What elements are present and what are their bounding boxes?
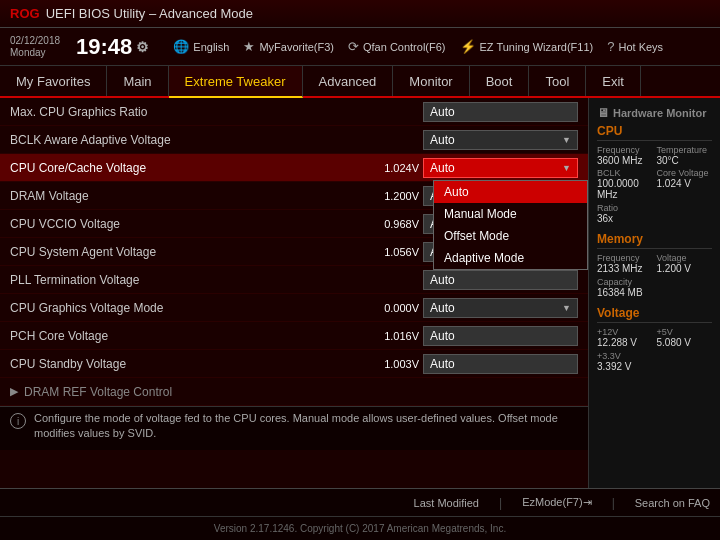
dropdown-cpu-core[interactable]: Auto ▼ (423, 158, 578, 178)
tab-my-favorites[interactable]: My Favorites (0, 66, 107, 96)
rog-logo: ROG (10, 6, 40, 21)
dropdown-pch[interactable]: Auto (423, 326, 578, 346)
v5-label: +5V (657, 327, 713, 337)
dropdown-standby[interactable]: Auto (423, 354, 578, 374)
row-cpu-standby: CPU Standby Voltage 1.003V Auto (0, 350, 588, 378)
mem-volt-value: 1.200 V (657, 263, 713, 274)
ez-tuning-label: EZ Tuning Wizard(F11) (480, 41, 594, 53)
row-pch-core: PCH Core Voltage 1.016V Auto (0, 322, 588, 350)
cpu-freq-value: 3600 MHz (597, 155, 653, 166)
cpu-bclk-label: BCLK (597, 168, 653, 178)
left-content: Max. CPU Graphics Ratio Auto BCLK Aware … (0, 98, 588, 488)
row-dram-ref[interactable]: ▶ DRAM REF Voltage Control (0, 378, 588, 406)
myfavorite-label: MyFavorite(F3) (259, 41, 334, 53)
row-cpu-graphics-mode: CPU Graphics Voltage Mode 0.000V Auto ▼ (0, 294, 588, 322)
tab-main[interactable]: Main (107, 66, 168, 96)
row-value-dram: 1.200V (364, 190, 419, 202)
main-layout: Max. CPU Graphics Ratio Auto BCLK Aware … (0, 98, 720, 488)
row-label-gpu-mode: CPU Graphics Voltage Mode (10, 301, 364, 315)
dram-ref-label: DRAM REF Voltage Control (24, 385, 172, 399)
row-label-sysagent: CPU System Agent Voltage (10, 245, 364, 259)
bottom-info: i Configure the mode of voltage fed to t… (0, 406, 588, 450)
expand-arrow-icon: ▶ (10, 385, 18, 398)
row-value-pch: 1.016V (364, 330, 419, 342)
option-manual[interactable]: Manual Mode (434, 203, 587, 225)
v5-value: 5.080 V (657, 337, 713, 348)
dropdown-bclk[interactable]: Auto ▼ (423, 130, 578, 150)
dropdown-pll[interactable]: Auto (423, 270, 578, 290)
row-bclk-adaptive: BCLK Aware Adaptive Voltage Auto ▼ (0, 126, 588, 154)
app-title: UEFI BIOS Utility – Advanced Mode (46, 6, 253, 21)
info-icons: 🌐 English ★ MyFavorite(F3) ⟳ Qfan Contro… (173, 39, 663, 54)
row-value-vccio: 0.968V (364, 218, 419, 230)
hw-memory-grid: Frequency 2133 MHz Voltage 1.200 V (597, 253, 712, 274)
footer-text: Version 2.17.1246. Copyright (C) 2017 Am… (214, 523, 506, 534)
fan-icon: ⟳ (348, 39, 359, 54)
myfavorite-button[interactable]: ★ MyFavorite(F3) (243, 39, 334, 54)
mem-freq-label: Frequency (597, 253, 653, 263)
option-offset[interactable]: Offset Mode (434, 225, 587, 247)
tab-boot[interactable]: Boot (470, 66, 530, 96)
hw-cpu-section: CPU Frequency 3600 MHz Temperature 30°C … (597, 124, 712, 224)
help-icon: ? (607, 39, 614, 54)
cpu-freq-label: Frequency (597, 145, 653, 155)
lightning-icon: ⚡ (460, 39, 476, 54)
chevron-down-icon: ▼ (562, 303, 571, 313)
ez-tuning-button[interactable]: ⚡ EZ Tuning Wizard(F11) (460, 39, 594, 54)
tab-tool[interactable]: Tool (529, 66, 586, 96)
row-label-pll: PLL Termination Voltage (10, 273, 364, 287)
v12-value: 12.288 V (597, 337, 653, 348)
hw-cpu-title: CPU (597, 124, 712, 141)
chevron-down-icon: ▼ (562, 163, 571, 173)
row-value-cpu-core: 1.024V (364, 162, 419, 174)
search-faq-button[interactable]: Search on FAQ (635, 497, 710, 509)
cpu-ratio-value: 36x (597, 213, 712, 224)
info-bar: 02/12/2018 Monday 19:48 ⚙ 🌐 English ★ My… (0, 28, 720, 66)
settings-icon[interactable]: ⚙ (136, 39, 149, 55)
row-label-standby: CPU Standby Voltage (10, 357, 364, 371)
row-label-bclk: BCLK Aware Adaptive Voltage (10, 133, 364, 147)
date-display: 02/12/2018 Monday (10, 35, 60, 59)
ez-mode-button[interactable]: EzMode(F7)⇥ (522, 496, 592, 509)
date-text: 02/12/2018 (10, 35, 60, 47)
row-label-vccio: CPU VCCIO Voltage (10, 217, 364, 231)
hw-monitor-title: 🖥 Hardware Monitor (597, 106, 712, 120)
nav-tabs: My Favorites Main Extreme Tweaker Advanc… (0, 66, 720, 98)
info-icon: i (10, 413, 26, 429)
chevron-down-icon: ▼ (562, 135, 571, 145)
globe-icon: 🌐 (173, 39, 189, 54)
option-auto[interactable]: Auto (434, 181, 587, 203)
row-value-standby: 1.003V (364, 358, 419, 370)
cpu-temp-value: 30°C (657, 155, 713, 166)
tab-exit[interactable]: Exit (586, 66, 641, 96)
monitor-icon: 🖥 (597, 106, 609, 120)
last-modified-button[interactable]: Last Modified (414, 497, 479, 509)
hw-memory-title: Memory (597, 232, 712, 249)
hardware-monitor-panel: 🖥 Hardware Monitor CPU Frequency 3600 MH… (588, 98, 720, 488)
v33-label: +3.3V (597, 351, 712, 361)
option-adaptive[interactable]: Adaptive Mode (434, 247, 587, 269)
status-bar: Last Modified | EzMode(F7)⇥ | Search on … (0, 488, 720, 516)
dropdown-gpu-mode[interactable]: Auto ▼ (423, 298, 578, 318)
language-selector[interactable]: 🌐 English (173, 39, 229, 54)
hot-keys-button[interactable]: ? Hot Keys (607, 39, 663, 54)
qfan-button[interactable]: ⟳ Qfan Control(F6) (348, 39, 446, 54)
dropdown-max-cpu[interactable]: Auto (423, 102, 578, 122)
cpu-ratio-label: Ratio (597, 203, 712, 213)
tab-monitor[interactable]: Monitor (393, 66, 469, 96)
day-text: Monday (10, 47, 60, 59)
mem-cap-value: 16384 MB (597, 287, 712, 298)
v12-label: +12V (597, 327, 653, 337)
dropdown-menu: Auto Manual Mode Offset Mode Adaptive Mo… (433, 180, 588, 270)
language-label: English (193, 41, 229, 53)
row-value-sysagent: 1.056V (364, 246, 419, 258)
hw-voltage-section: Voltage +12V 12.288 V +5V 5.080 V +3.3V … (597, 306, 712, 372)
hw-voltage-title: Voltage (597, 306, 712, 323)
tab-extreme-tweaker[interactable]: Extreme Tweaker (169, 66, 303, 98)
mem-cap-label: Capacity (597, 277, 712, 287)
qfan-label: Qfan Control(F6) (363, 41, 446, 53)
title-bar: ROG UEFI BIOS Utility – Advanced Mode (0, 0, 720, 28)
row-label-pch: PCH Core Voltage (10, 329, 364, 343)
hw-voltage-grid: +12V 12.288 V +5V 5.080 V (597, 327, 712, 348)
tab-advanced[interactable]: Advanced (303, 66, 394, 96)
